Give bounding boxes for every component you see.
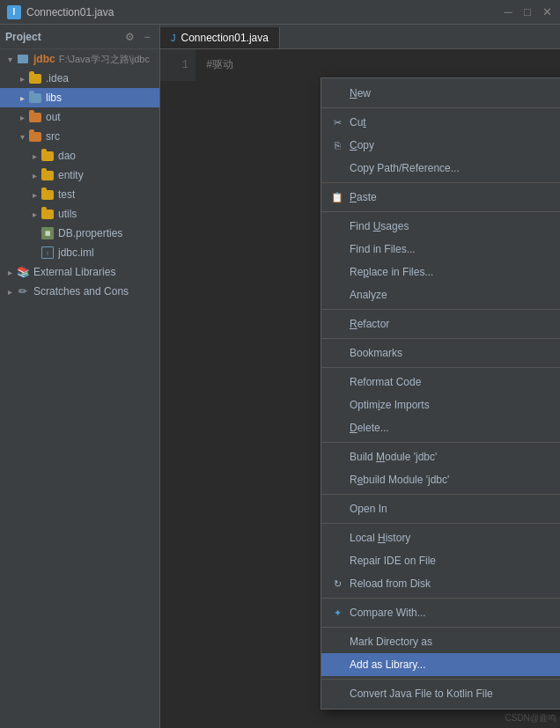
menu-item-new[interactable]: New ▶ <box>321 82 560 105</box>
tree-arrow-utils: ▸ <box>28 208 41 220</box>
folder-icon-src <box>28 129 42 143</box>
menu-item-copy[interactable]: ⎘ Copy Ctrl+C <box>321 134 560 157</box>
menu-label-analyze: Analyze <box>350 289 560 301</box>
tree-item-test[interactable]: ▸ test <box>0 185 159 204</box>
minimize-button[interactable]: ─ <box>502 6 514 18</box>
sidebar-header-icons: ⚙ − <box>122 30 154 44</box>
tree-item-src[interactable]: ▾ src <box>0 127 159 146</box>
menu-item-mark-directory[interactable]: Mark Directory as ▶ <box>321 630 560 653</box>
tree-label-test: test <box>58 188 75 201</box>
maximize-button[interactable]: □ <box>521 6 534 18</box>
folder-icon-libs <box>28 91 42 105</box>
tree-item-entity[interactable]: ▸ entity <box>0 165 159 185</box>
code-area[interactable]: #驱动 <box>195 49 560 81</box>
tree-label-scratches: Scratches and Cons <box>33 285 129 298</box>
separator-7 <box>321 442 560 443</box>
cut-icon: ✂ <box>328 117 346 129</box>
menu-item-refactor[interactable]: Refactor ▶ <box>321 313 560 335</box>
menu-item-replace-files[interactable]: Replace in Files... Ctrl+Shift+R <box>321 261 560 283</box>
menu-item-analyze[interactable]: Analyze ▶ <box>321 283 560 306</box>
tree-label-src: src <box>46 130 60 143</box>
menu-item-open-in[interactable]: Open In ▶ <box>321 497 560 520</box>
menu-label-build-module: Build Module 'jdbc' <box>350 451 560 463</box>
tree-item-jdbc-iml[interactable]: ▸ i jdbc.iml <box>0 243 159 262</box>
menu-label-add-library: Add as Library... <box>350 658 560 671</box>
menu-label-repair-ide: Repair IDE on File <box>350 555 560 567</box>
editor-tab-connection01[interactable]: J Connection01.java <box>160 27 280 48</box>
menu-item-build-module[interactable]: Build Module 'jdbc' <box>321 445 560 468</box>
menu-label-find-usages: Find Usages <box>350 220 560 232</box>
sidebar-header: Project ⚙ − <box>0 25 159 49</box>
tree-arrow-out: ▸ <box>16 111 28 123</box>
tree-icon-jdbc <box>16 52 30 66</box>
folder-icon-test <box>41 188 55 202</box>
menu-label-refactor: Refactor <box>350 318 560 330</box>
tree-item-dao[interactable]: ▸ dao <box>0 146 159 165</box>
tree-item-out[interactable]: ▸ out <box>0 107 159 127</box>
tree-label-idea: .idea <box>46 72 69 85</box>
menu-item-compare-with[interactable]: ✦ Compare With... Ctrl+D <box>321 601 560 624</box>
menu-item-find-usages[interactable]: Find Usages Alt+F7 <box>321 215 560 238</box>
tree-item-jdbc[interactable]: ▾ jdbc F:\Java学习之路\jdbc <box>0 49 159 69</box>
tree-item-scratches[interactable]: ▸ ✏ Scratches and Cons <box>0 282 159 301</box>
menu-item-repair-ide[interactable]: Repair IDE on File <box>321 549 560 572</box>
icon-scratches: ✏ <box>16 284 30 298</box>
sidebar: Project ⚙ − ▾ jdbc F:\Java学习之路\jdbc ▸ .i… <box>0 25 160 728</box>
menu-label-cut: Cut <box>350 116 560 129</box>
menu-item-rebuild-module[interactable]: Rebuild Module 'jdbc' Ctrl+Shift+F9 <box>321 468 560 491</box>
tree-arrow-src: ▾ <box>16 130 28 143</box>
separator-1 <box>321 107 560 108</box>
menu-label-rebuild-module: Rebuild Module 'jdbc' <box>350 474 560 486</box>
tree-item-utils[interactable]: ▸ utils <box>0 204 159 224</box>
menu-item-local-history[interactable]: Local History ▶ <box>321 526 560 549</box>
tree-label-libs: libs <box>46 92 62 104</box>
tree-item-idea[interactable]: ▸ .idea <box>0 69 159 88</box>
menu-label-new: New <box>350 87 560 99</box>
minimize-sidebar-icon[interactable]: − <box>140 30 154 44</box>
menu-label-find-files: Find in Files... <box>350 243 560 255</box>
menu-item-add-library[interactable]: Add as Library... <box>321 653 560 676</box>
settings-icon[interactable]: ⚙ <box>122 30 136 44</box>
file-icon-dbprops: ▦ <box>41 226 55 240</box>
separator-4 <box>321 309 560 310</box>
folder-icon-utils <box>41 207 55 221</box>
tree-arrow-idea: ▸ <box>16 72 28 85</box>
separator-12 <box>321 679 560 680</box>
menu-label-copy-path: Copy Path/Reference... <box>350 162 560 174</box>
menu-label-delete: Delete... <box>350 422 560 434</box>
tree-arrow-libs: ▸ <box>16 92 28 104</box>
menu-item-reload[interactable]: ↻ Reload from Disk <box>321 572 560 595</box>
menu-item-delete[interactable]: Delete... Delete <box>321 416 560 439</box>
tree-label-iml: jdbc.iml <box>58 246 94 259</box>
tree-arrow-entity: ▸ <box>28 169 41 181</box>
menu-label-bookmarks: Bookmarks <box>350 347 560 359</box>
compare-with-icon: ✦ <box>328 607 346 619</box>
menu-item-cut[interactable]: ✂ Cut Ctrl+X <box>321 111 560 134</box>
main-layout: Project ⚙ − ▾ jdbc F:\Java学习之路\jdbc ▸ .i… <box>0 25 560 728</box>
tree-item-libs[interactable]: ▸ libs <box>0 88 159 107</box>
menu-label-copy: Copy <box>350 139 560 151</box>
tab-icon: J <box>171 33 176 43</box>
tree-item-dbprops[interactable]: ▸ ▦ DB.properties <box>0 224 159 243</box>
separator-3 <box>321 211 560 212</box>
close-button[interactable]: ✕ <box>541 6 553 18</box>
folder-icon-out <box>28 110 42 124</box>
menu-item-copy-path[interactable]: Copy Path/Reference... <box>321 157 560 180</box>
menu-item-optimize[interactable]: Optimize Imports Ctrl+Alt+O <box>321 393 560 416</box>
folder-icon-dao <box>41 149 55 163</box>
menu-item-convert-kotlin[interactable]: Convert Java File to Kotlin File Ctrl+Al… <box>321 682 560 705</box>
menu-item-paste[interactable]: 📋 Paste Ctrl+V <box>321 186 560 209</box>
menu-item-bookmarks[interactable]: Bookmarks ▶ <box>321 342 560 364</box>
copy-icon: ⎘ <box>328 140 346 151</box>
separator-9 <box>321 523 560 524</box>
context-menu: New ▶ ✂ Cut Ctrl+X ⎘ Copy Ctrl+C Copy Pa… <box>321 77 560 710</box>
menu-item-find-files[interactable]: Find in Files... Ctrl+Shift+F <box>321 238 560 261</box>
title-bar-text: Connection01.java <box>26 6 114 18</box>
menu-label-paste: Paste <box>350 191 560 203</box>
editor-tabs: J Connection01.java <box>160 25 560 49</box>
line-numbers: 1 <box>160 49 195 81</box>
folder-icon-idea <box>28 71 42 85</box>
menu-label-optimize: Optimize Imports <box>350 399 560 411</box>
tree-item-ext-libs[interactable]: ▸ 📚 External Libraries <box>0 262 159 282</box>
menu-item-reformat[interactable]: Reformat Code Ctrl+Alt+L <box>321 371 560 393</box>
